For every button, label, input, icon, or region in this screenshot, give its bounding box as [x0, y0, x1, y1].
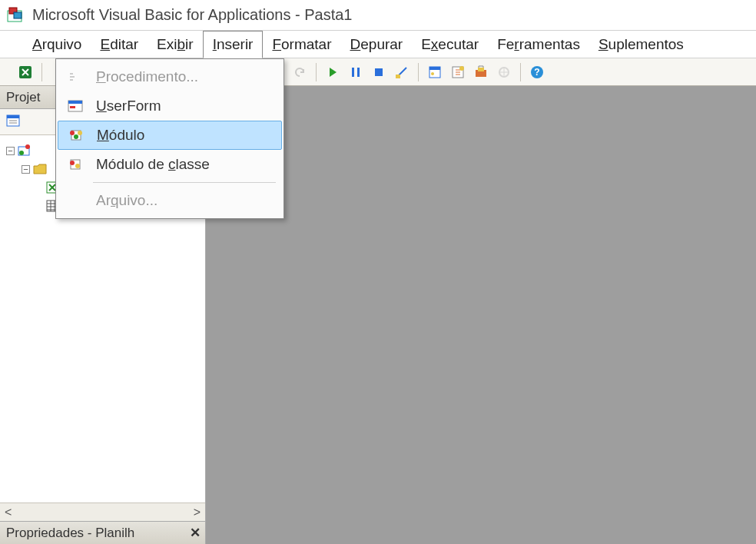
svg-point-22: [19, 151, 24, 155]
svg-rect-6: [375, 68, 383, 76]
menu-item-procedimento: Procedimento...: [56, 62, 284, 91]
svg-point-10: [431, 72, 434, 75]
collapse-icon[interactable]: −: [22, 165, 30, 174]
svg-rect-26: [68, 101, 82, 104]
menubar: Arquivo Editar Exibir Inserir Formatar D…: [0, 31, 756, 58]
inserir-dropdown: Procedimento... UserForm Módulo Módulo d…: [55, 58, 284, 219]
toolbar-separator: [520, 63, 521, 81]
userform-icon: [65, 98, 85, 114]
redo-icon[interactable]: [290, 62, 310, 82]
window-title: Microsoft Visual Basic for Applications …: [32, 6, 352, 24]
properties-title: Propriedades - Planilh: [6, 526, 134, 541]
svg-rect-7: [396, 75, 400, 78]
svg-rect-2: [14, 12, 22, 18]
scroll-left-icon[interactable]: <: [5, 506, 12, 519]
menu-editar[interactable]: Editar: [91, 32, 148, 58]
menu-item-modulo[interactable]: Módulo: [58, 121, 282, 150]
svg-point-33: [70, 161, 75, 165]
svg-point-31: [78, 131, 82, 135]
class-module-icon: [65, 157, 85, 172]
close-icon[interactable]: ✕: [190, 525, 201, 541]
svg-text:?: ?: [534, 67, 539, 78]
toolbox-icon[interactable]: [471, 62, 491, 82]
menu-formatar[interactable]: Formatar: [263, 32, 340, 58]
svg-rect-9: [429, 67, 440, 70]
view-code-icon[interactable]: [6, 114, 20, 129]
menu-item-modulo-classe[interactable]: Módulo de classe: [56, 150, 284, 179]
menu-item-arquivo: Arquivo...: [56, 186, 284, 215]
menu-depurar[interactable]: Depurar: [341, 32, 413, 58]
stop-icon[interactable]: [369, 62, 389, 82]
file-icon: [65, 193, 85, 208]
svg-rect-27: [70, 106, 75, 108]
procedure-icon: [65, 69, 85, 85]
menu-ferramentas[interactable]: Ferramentas: [488, 32, 589, 58]
vba-project-icon: [18, 144, 32, 157]
horizontal-scrollbar[interactable]: < >: [0, 503, 205, 521]
svg-point-29: [70, 131, 75, 135]
menu-inserir[interactable]: Inserir: [203, 31, 264, 58]
menu-executar[interactable]: Executar: [412, 32, 488, 58]
object-browser-icon[interactable]: [494, 62, 514, 82]
excel-icon[interactable]: [15, 62, 35, 82]
run-icon[interactable]: [323, 62, 343, 82]
properties-icon[interactable]: [448, 62, 468, 82]
scroll-right-icon[interactable]: >: [194, 506, 201, 519]
menu-suplementos[interactable]: Suplementos: [589, 32, 693, 58]
svg-point-21: [25, 144, 30, 149]
titlebar: Microsoft Visual Basic for Applications …: [0, 0, 756, 31]
project-explorer-icon[interactable]: [425, 62, 445, 82]
properties-panel-header: Propriedades - Planilh ✕: [0, 521, 205, 544]
mdi-workspace: [206, 86, 756, 544]
menu-item-userform[interactable]: UserForm: [56, 91, 284, 121]
pause-icon[interactable]: [346, 62, 366, 82]
svg-point-12: [459, 66, 464, 71]
svg-rect-4: [352, 68, 354, 77]
help-icon[interactable]: ?: [527, 62, 547, 82]
toolbar-separator: [418, 63, 419, 81]
menu-exibir[interactable]: Exibir: [148, 32, 203, 58]
toolbar-separator: [316, 63, 317, 81]
folder-icon: [33, 164, 47, 174]
collapse-icon[interactable]: −: [6, 147, 15, 155]
menu-arquivo[interactable]: Arquivo: [23, 32, 91, 58]
svg-point-30: [74, 134, 78, 139]
svg-rect-19: [7, 115, 19, 118]
design-mode-icon[interactable]: [392, 62, 412, 82]
svg-rect-5: [357, 68, 360, 77]
svg-rect-14: [478, 68, 484, 71]
module-icon: [66, 128, 86, 143]
app-icon: [6, 6, 25, 25]
menu-separator: [93, 182, 276, 183]
svg-point-34: [75, 164, 80, 168]
toolbar-separator: [41, 63, 42, 81]
